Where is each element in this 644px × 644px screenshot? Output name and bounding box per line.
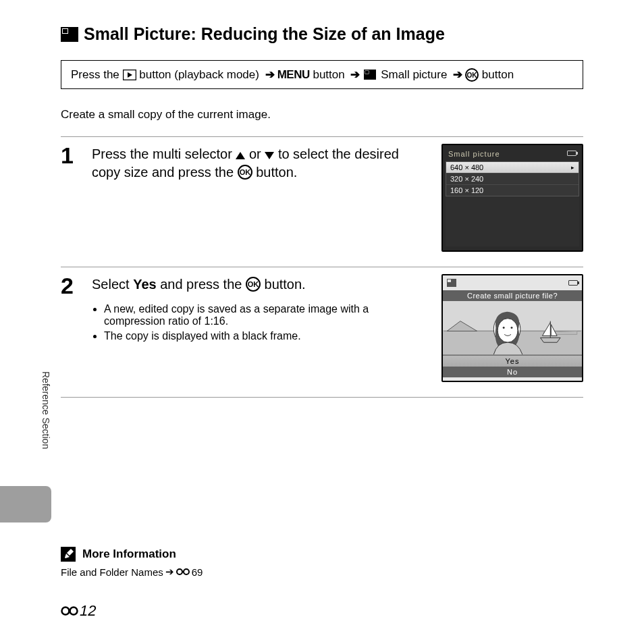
list-item: 160 × 120 [446, 185, 579, 196]
step-2-text: Select Yes and press the OK button. [92, 275, 428, 294]
bullet-item: The copy is displayed with a black frame… [104, 330, 428, 342]
step-2-bullets: A new, edited copy is saved as a separat… [92, 303, 428, 342]
nav-text: Press the [71, 68, 123, 82]
svg-point-25 [62, 608, 70, 615]
list-item: 320 × 240 [446, 173, 579, 185]
menu-label: MENU [277, 68, 310, 82]
size-list: 640 × 480▸ 320 × 240 160 × 120 [446, 161, 579, 196]
step-1-text: Press the multi selector or to select th… [92, 145, 428, 182]
step-number: 2 [61, 274, 80, 297]
nav-text: button [479, 68, 514, 82]
section-marker: Reference Section [41, 371, 51, 449]
bullet-item: A new, edited copy is saved as a separat… [104, 303, 428, 327]
svg-point-19 [498, 319, 518, 343]
yes-option: Yes [443, 355, 582, 367]
svg-text:OK: OK [467, 72, 478, 79]
navigation-path-box: Press the button (playback mode) ➔ MENU … [61, 60, 583, 89]
step-number: 1 [61, 144, 80, 167]
battery-icon [568, 280, 578, 286]
side-tab [0, 486, 51, 522]
illustration [443, 301, 582, 355]
ok-button-icon: OK [238, 165, 252, 180]
heading-text: Small Picture: Reducing the Size of an I… [84, 24, 445, 44]
step-2-screenshot: Create small picture file? [441, 274, 583, 382]
small-picture-icon [364, 70, 376, 80]
page-heading: Small Picture: Reducing the Size of an I… [61, 24, 583, 44]
svg-text:OK: OK [239, 168, 250, 176]
note-icon [61, 547, 76, 562]
ok-button-icon: OK [246, 277, 261, 292]
arrow-icon: ➔ [348, 68, 363, 82]
step-1: 1 Press the multi selector or to select … [61, 136, 583, 267]
more-information-block: More Information File and Folder Names ➔… [61, 547, 203, 578]
cross-reference-icon [176, 568, 190, 576]
arrow-icon: ➔ [165, 566, 174, 578]
small-picture-icon [447, 279, 456, 287]
lcd-title: Small picture [448, 150, 500, 158]
more-info-title: More Information [82, 547, 176, 561]
steps-container: 1 Press the multi selector or to select … [61, 136, 583, 398]
ok-button-icon: OK [465, 68, 479, 82]
svg-rect-7 [365, 71, 369, 74]
step-2: 2 Select Yes and press the OK button. A … [61, 267, 583, 397]
nav-text: button (playback mode) [136, 68, 263, 82]
svg-marker-4 [128, 72, 132, 78]
nav-text: Small picture [377, 68, 450, 82]
svg-point-22 [177, 569, 182, 574]
intro-text: Create a small copy of the current image… [61, 108, 583, 122]
svg-point-20 [503, 327, 505, 329]
svg-text:OK: OK [248, 280, 259, 288]
page-number: 12 [61, 602, 96, 620]
arrow-icon: ➔ [263, 68, 277, 82]
confirmation-text: Create small picture file? [443, 290, 582, 301]
step-1-screenshot: Small picture 640 × 480▸ 320 × 240 160 ×… [441, 144, 583, 252]
playback-icon [123, 70, 136, 80]
list-item: 640 × 480▸ [446, 162, 579, 173]
svg-point-21 [511, 327, 513, 329]
svg-point-26 [70, 608, 78, 615]
no-option: No [443, 367, 582, 377]
small-picture-icon [61, 27, 78, 42]
cross-reference-icon [61, 606, 78, 616]
nav-text: button [310, 68, 348, 82]
arrow-icon: ➔ [450, 68, 465, 82]
battery-icon [567, 151, 576, 156]
svg-point-23 [184, 569, 189, 574]
svg-rect-2 [63, 29, 68, 33]
svg-rect-15 [448, 279, 451, 282]
up-arrow-icon [236, 152, 245, 159]
more-info-text: File and Folder Names ➔ 69 [61, 566, 203, 578]
down-arrow-icon [265, 152, 274, 159]
